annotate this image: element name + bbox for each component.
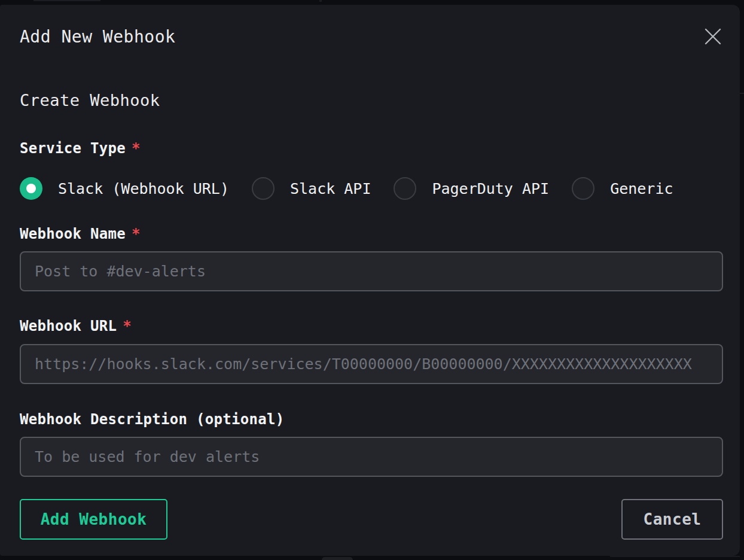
modal-footer: Add Webhook Cancel [20,499,723,540]
webhook-description-input[interactable] [20,437,723,477]
radio-option-generic[interactable]: Generic [572,177,673,200]
radio-option-pagerduty-api[interactable]: PagerDuty API [394,177,549,200]
backdrop-right [740,0,744,560]
backdrop-page-hint [319,0,322,2]
required-asterisk: * [132,226,141,242]
webhook-url-label: Webhook URL* [20,318,723,334]
radio-selected-icon[interactable] [20,177,42,200]
cancel-button[interactable]: Cancel [621,499,723,540]
webhook-description-label-text: Webhook Description (optional) [20,411,284,428]
service-type-label: Service Type* [20,141,723,156]
radio-option-label: Slack (Webhook URL) [58,180,229,197]
backdrop-top [0,0,744,5]
service-type-label-text: Service Type [20,140,126,157]
service-type-radio-group: Slack (Webhook URL) Slack API PagerDuty … [20,177,723,200]
webhook-url-label-text: Webhook URL [20,318,117,334]
backdrop-page-hint [610,556,744,557]
backdrop-bottom [0,556,744,560]
radio-option-label: Generic [610,180,673,197]
radio-option-label: PagerDuty API [432,180,549,197]
webhook-name-input[interactable] [20,251,723,291]
webhook-name-label-text: Webhook Name [20,226,126,242]
backdrop-page-hint [33,0,100,1]
add-webhook-modal: Add New Webhook Create Webhook Service T… [0,5,740,556]
backdrop-page-hint [322,557,353,560]
radio-unselected-icon[interactable] [394,177,416,200]
required-asterisk: * [123,318,132,334]
modal-header: Add New Webhook [20,28,723,47]
close-icon [704,28,722,45]
backdrop-page-hint [740,93,744,94]
webhook-name-label: Webhook Name* [20,226,723,242]
radio-option-label: Slack API [290,180,371,197]
webhook-description-label: Webhook Description (optional) [20,412,723,427]
webhook-url-input[interactable] [20,344,723,384]
radio-option-slack-api[interactable]: Slack API [252,177,371,200]
form-section-title: Create Webhook [20,92,723,109]
required-asterisk: * [132,140,141,157]
close-button[interactable] [703,26,723,47]
modal-title: Add New Webhook [20,28,175,47]
radio-unselected-icon[interactable] [252,177,275,200]
radio-unselected-icon[interactable] [572,177,594,200]
radio-option-slack-webhook-url[interactable]: Slack (Webhook URL) [20,177,229,200]
add-webhook-button[interactable]: Add Webhook [20,499,167,540]
